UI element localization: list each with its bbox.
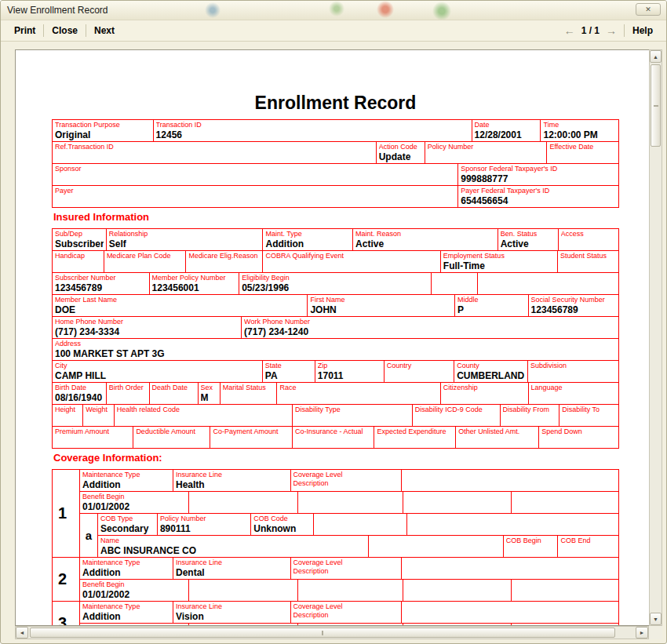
scroll-up-button[interactable]: ▲ [650, 50, 662, 63]
horizontal-scrollbar[interactable]: ◄ ► [15, 626, 649, 639]
print-button[interactable]: Print [9, 24, 41, 38]
vertical-scrollbar-thumb[interactable] [651, 64, 661, 147]
field-label [410, 515, 616, 523]
field-label: Disability From [503, 406, 557, 414]
field-value [279, 392, 437, 403]
next-button[interactable]: Next [89, 24, 120, 38]
field-cov2-coverage-level: Coverage LevelDescription [290, 558, 401, 579]
field-empty [401, 558, 618, 579]
scroll-left-button[interactable]: ◄ [16, 627, 28, 639]
field-value: Active [501, 238, 556, 249]
field-value [377, 436, 453, 447]
field-value: 08/16/1940 [55, 392, 104, 403]
document-page: Enrollment Record Transaction PurposeOri… [16, 50, 649, 626]
field-citizenship: Citizenship [440, 383, 528, 404]
coverage-number: 3 [53, 602, 80, 626]
field-label [404, 602, 616, 611]
field-value [191, 589, 295, 600]
field-value: DOE [55, 304, 304, 315]
scroll-down-button[interactable]: ▼ [650, 613, 662, 625]
field-value [55, 436, 130, 447]
field-label: Other Unlisted Amt. [458, 428, 536, 436]
field-empty [313, 514, 406, 535]
field-label [301, 493, 400, 501]
field-cov1-coverage-level: Coverage LevelDescription [290, 470, 401, 491]
field-label: Address [55, 340, 616, 348]
field-empty [511, 580, 618, 601]
field-label [514, 493, 616, 501]
field-maint-type: Maint. TypeAddition [262, 229, 352, 250]
titlebar[interactable]: View Enrollment Record ✕ [1, 1, 666, 20]
field-value [371, 545, 501, 556]
field-value [406, 501, 508, 512]
field-value: (717) 234-1240 [244, 326, 616, 337]
close-document-button[interactable]: Close [46, 24, 83, 38]
field-value: 999888777 [461, 173, 616, 184]
field-value: Full-Time [443, 260, 555, 271]
field-label: Maintenance Type [82, 558, 170, 567]
scroll-right-button[interactable]: ► [636, 627, 648, 639]
form-row: Maintenance TypeAdditionInsurance LineHe… [80, 470, 618, 491]
horizontal-scrollbar-thumb[interactable] [30, 628, 615, 638]
field-value [514, 501, 616, 512]
field-cov1a-cob-begin: COB Begin [503, 536, 558, 557]
field-height: Height [53, 405, 82, 426]
field-disability-to: Disability To [559, 405, 618, 426]
field-value: Unknown [253, 523, 311, 534]
form-row: Home Phone Number(717) 234-3334Work Phon… [53, 316, 618, 338]
field-label: Member Policy Number [152, 274, 237, 282]
field-empty [401, 602, 618, 623]
previous-page-arrow-icon[interactable]: ← [559, 24, 580, 37]
field-deductible-amount: Deductible Amount [133, 427, 210, 448]
field-label: Zip [318, 362, 381, 370]
field-value [503, 414, 557, 425]
field-label [514, 580, 616, 589]
field-label: Subdivision [530, 362, 616, 370]
field-value: M [201, 392, 217, 403]
field-label: County [457, 362, 525, 370]
field-label: COBRA Qualifying Event [265, 252, 437, 260]
field-label: Citizenship [443, 384, 526, 392]
field-transaction-id: Transaction ID12456 [153, 120, 472, 141]
help-button[interactable]: Help [627, 24, 658, 38]
field-value [562, 414, 616, 425]
field-relationship: RelationshipSelf [106, 229, 263, 250]
field-label: Transaction ID [156, 121, 469, 129]
field-value [480, 282, 616, 293]
field-race: Race [276, 383, 439, 404]
thumb-grip [654, 105, 658, 107]
field-social-security-number: Social Security Number123456789 [528, 295, 618, 316]
field-co-payment-amount: Co-Payment Amount [210, 427, 292, 448]
document-viewport: Enrollment Record Transaction PurposeOri… [15, 49, 649, 626]
field-label: Spend Down [541, 428, 616, 436]
field-value [531, 392, 616, 403]
field-label [371, 537, 501, 545]
field-label: Country [387, 362, 451, 370]
form-row: Maintenance TypeAdditionInsurance LineDe… [80, 558, 618, 579]
field-label: Weight [86, 406, 111, 414]
form-row: Birth Date08/16/1940Birth Order Death Da… [53, 382, 618, 404]
field-maint-reason: Maint. ReasonActive [352, 229, 498, 250]
field-value [223, 392, 275, 403]
field-value [560, 260, 616, 271]
field-value: Active [355, 238, 495, 249]
field-value [191, 501, 295, 512]
field-label: Transaction Purpose [55, 121, 151, 129]
vertical-scrollbar[interactable]: ▲ ▼ [649, 49, 662, 626]
form-row: CityCAMP HILLStatePAZip17011Country Coun… [53, 360, 618, 382]
field-zip: Zip17011 [315, 361, 384, 382]
field-value [434, 282, 475, 293]
next-page-arrow-icon[interactable]: → [601, 24, 621, 37]
field-date: Date12/28/2001 [472, 120, 541, 141]
field-value: Addition [82, 611, 170, 622]
field-value: 123456001 [152, 282, 237, 293]
coverage-information-table: 1Maintenance TypeAdditionInsurance LineH… [52, 469, 619, 626]
form-row: Ref.Transaction ID Action CodeUpdatePoli… [53, 141, 618, 163]
field-label: Access [561, 230, 616, 238]
field-state: StatePA [262, 361, 315, 382]
field-other-unlisted-amt: Other Unlisted Amt. [455, 427, 538, 448]
field-label: Deductible Amount [136, 428, 207, 436]
field-transaction-purpose: Transaction PurposeOriginal [53, 120, 153, 141]
field-country: Country [384, 361, 454, 382]
close-button[interactable]: ✕ [636, 3, 661, 16]
